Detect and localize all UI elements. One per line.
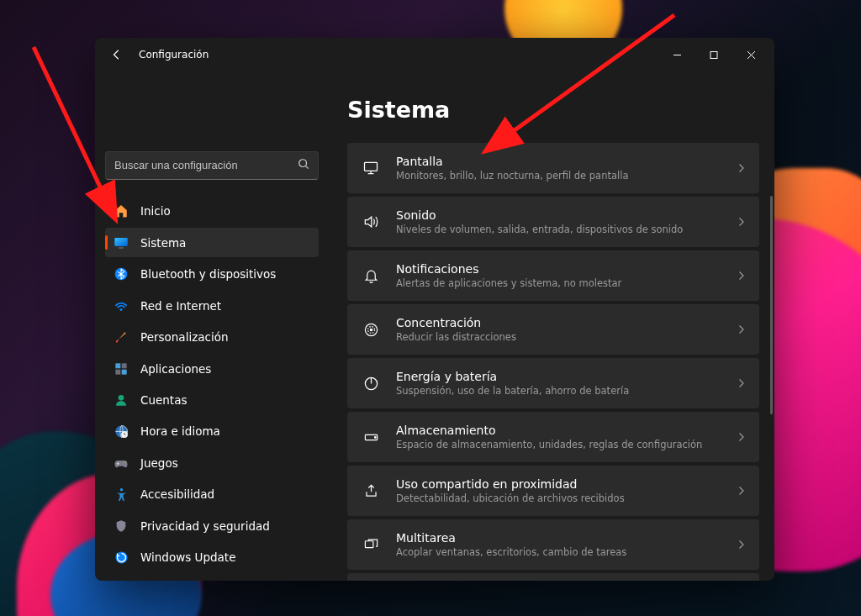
svg-rect-4 (119, 247, 124, 249)
close-button[interactable] (732, 41, 769, 68)
sidebar-item-bluetooth[interactable]: Bluetooth y dispositivos (105, 259, 319, 288)
svg-point-15 (119, 488, 123, 492)
settings-list: Pantalla Monitores, brillo, luz nocturna… (347, 143, 759, 581)
sidebar-item-aplicaciones[interactable]: Aplicaciones (105, 354, 319, 383)
sidebar-item-label: Accesibilidad (140, 487, 214, 501)
card-title: Energía y batería (396, 370, 719, 383)
card-subtitle: Reducir las distracciones (396, 331, 719, 343)
card-title: Sonido (396, 208, 719, 222)
sidebar-item-cuentas[interactable]: Cuentas (105, 385, 319, 414)
back-button[interactable] (110, 48, 124, 61)
sidebar-item-inicio[interactable]: Inicio (105, 197, 319, 226)
chevron-right-icon (736, 429, 746, 445)
card-title: Uso compartido en proximidad (396, 477, 719, 491)
brush-icon (114, 329, 129, 345)
maximize-button[interactable] (695, 41, 732, 68)
display-icon (362, 160, 379, 176)
shield-icon (114, 519, 129, 534)
card-title: Concentración (396, 316, 719, 329)
svg-rect-9 (122, 369, 127, 374)
display-icon (114, 235, 129, 250)
card-subtitle: Niveles de volumen, salida, entrada, dis… (396, 224, 719, 235)
sidebar-item-privacidad[interactable]: Privacidad y seguridad (105, 511, 319, 540)
chevron-right-icon (736, 322, 746, 338)
svg-point-20 (370, 329, 372, 330)
card-subtitle: Suspensión, uso de la batería, ahorro de… (396, 385, 719, 397)
search-icon (298, 157, 309, 173)
card-multitarea[interactable]: Multitarea Acoplar ventanas, escritorios… (347, 519, 759, 570)
card-subtitle: Monitores, brillo, luz nocturna, perfil … (396, 170, 719, 182)
update-icon (114, 550, 129, 565)
sidebar: Inicio Sistema Bluetooth y dispositivos … (95, 71, 329, 581)
sidebar-item-accesibilidad[interactable]: Accesibilidad (105, 480, 319, 509)
sound-icon (362, 213, 379, 230)
minimize-button[interactable] (658, 41, 695, 68)
svg-rect-8 (115, 369, 120, 374)
search-input[interactable] (114, 159, 289, 171)
sidebar-item-label: Juegos (140, 456, 178, 470)
chevron-right-icon (736, 268, 746, 284)
sidebar-item-label: Red e Internet (140, 299, 221, 313)
svg-rect-17 (365, 162, 378, 171)
chevron-right-icon (736, 537, 746, 553)
power-icon (362, 375, 379, 392)
sidebar-item-label: Privacidad y seguridad (140, 519, 270, 533)
sidebar-item-label: Personalización (140, 330, 229, 344)
caption-buttons (658, 41, 769, 68)
card-programadores[interactable]: Para programadores (347, 573, 759, 581)
sidebar-item-juegos[interactable]: Juegos (105, 448, 319, 477)
scrollbar-thumb[interactable] (770, 196, 773, 414)
search-box[interactable] (105, 151, 319, 180)
sidebar-item-personalizacion[interactable]: Personalización (105, 322, 319, 351)
main-content: Sistema Pantalla Monitores, brillo, luz … (329, 71, 774, 581)
card-concentracion[interactable]: Concentración Reducir las distracciones (347, 304, 759, 355)
home-icon (114, 203, 129, 218)
page-heading: Sistema (347, 97, 759, 123)
svg-rect-24 (365, 540, 373, 547)
card-subtitle: Alertas de aplicaciones y sistema, no mo… (396, 277, 719, 289)
sidebar-item-windows-update[interactable]: Windows Update (105, 543, 319, 572)
svg-point-13 (123, 463, 124, 465)
storage-icon (362, 429, 379, 445)
card-notificaciones[interactable]: Notificaciones Alertas de aplicaciones y… (347, 250, 759, 301)
bell-icon (362, 267, 379, 284)
chevron-right-icon (736, 376, 746, 392)
clock-globe-icon (114, 424, 129, 439)
apps-icon (114, 361, 129, 376)
sidebar-item-label: Aplicaciones (140, 362, 211, 376)
card-title: Almacenamiento (396, 424, 719, 437)
card-title: Pantalla (396, 155, 719, 168)
sidebar-item-label: Windows Update (140, 550, 235, 564)
sidebar-item-red[interactable]: Red e Internet (105, 291, 319, 320)
sidebar-item-label: Cuentas (140, 393, 187, 407)
card-pantalla[interactable]: Pantalla Monitores, brillo, luz nocturna… (347, 143, 759, 193)
titlebar: Configuración (95, 38, 774, 71)
share-icon (362, 482, 379, 499)
svg-rect-0 (710, 51, 717, 58)
svg-point-10 (119, 395, 124, 401)
card-energia[interactable]: Energía y batería Suspensión, uso de la … (347, 358, 759, 408)
sidebar-item-label: Hora e idioma (140, 424, 220, 438)
accessibility-icon (114, 487, 129, 502)
window-title: Configuración (139, 49, 209, 61)
svg-rect-3 (115, 238, 128, 246)
card-sonido[interactable]: Sonido Niveles de volumen, salida, entra… (347, 197, 759, 247)
card-title: Multitarea (396, 531, 719, 545)
person-icon (114, 392, 129, 408)
chevron-right-icon (736, 214, 746, 230)
multitask-icon (362, 536, 379, 553)
card-almacenamiento[interactable]: Almacenamiento Espacio de almacenamiento… (347, 412, 759, 462)
card-uso-compartido[interactable]: Uso compartido en proximidad Detectabili… (347, 466, 759, 516)
gamepad-icon (114, 455, 129, 471)
card-title: Notificaciones (396, 262, 719, 276)
sidebar-item-label: Sistema (140, 236, 186, 250)
scrollbar[interactable] (770, 196, 773, 572)
sidebar-item-sistema[interactable]: Sistema (105, 228, 319, 257)
focus-icon (362, 321, 379, 338)
svg-rect-6 (115, 363, 120, 368)
svg-point-23 (374, 436, 376, 438)
wifi-icon (114, 298, 129, 313)
sidebar-item-hora[interactable]: Hora e idioma (105, 417, 319, 446)
svg-point-14 (124, 461, 126, 463)
sidebar-item-label: Inicio (140, 204, 171, 218)
